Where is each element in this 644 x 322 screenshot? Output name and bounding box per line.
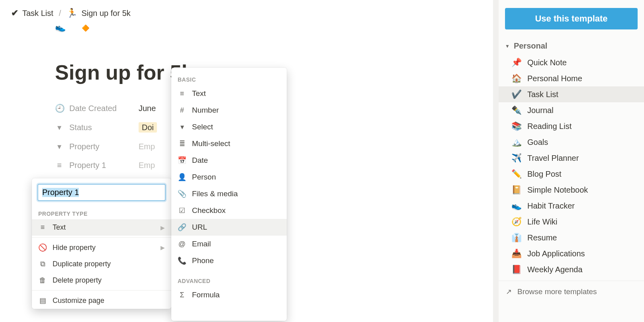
template-item-personal-home[interactable]: 🏠Personal Home	[499, 70, 644, 86]
template-item-habit-tracker[interactable]: 👟Habit Tracker	[499, 198, 644, 214]
breadcrumb-root[interactable]: Task List	[11, 8, 53, 18]
template-label: Blog Post	[527, 170, 562, 179]
template-emoji-icon: 👟	[511, 201, 522, 211]
property-type-section-label: PROPERTY TYPE	[32, 207, 171, 219]
template-label: Life Wiki	[527, 217, 558, 226]
type-option-formula[interactable]: ΣFormula	[171, 287, 287, 303]
template-item-reading-list[interactable]: 📚Reading List	[499, 118, 644, 134]
type-option-label: Formula	[192, 291, 220, 299]
type-option-label: Checkbox	[192, 206, 226, 215]
type-option-number[interactable]: #Number	[171, 102, 287, 119]
type-option-email[interactable]: @Email	[171, 236, 287, 252]
type-option-date[interactable]: 📅Date	[171, 152, 287, 169]
decor-icon	[82, 22, 90, 33]
breadcrumb: Task List / Sign up for 5k	[11, 0, 498, 18]
property-label[interactable]: 🕘Date Created	[55, 103, 139, 113]
breadcrumb-current[interactable]: Sign up for 5k	[67, 8, 130, 18]
runner-icon	[67, 8, 77, 18]
template-emoji-icon: 👔	[511, 233, 522, 242]
date-icon: 📅	[178, 156, 186, 165]
property-type-current-label: Text	[53, 223, 66, 232]
divider	[32, 290, 171, 291]
check-icon	[11, 8, 18, 18]
template-category-label: Personal	[514, 41, 547, 51]
select-icon: ▾	[178, 123, 186, 131]
breadcrumb-root-label: Task List	[22, 9, 53, 18]
property-value[interactable]: Emp	[139, 161, 155, 170]
text-icon: ≡	[178, 90, 186, 98]
url-icon: 🔗	[178, 223, 186, 232]
template-item-life-wiki[interactable]: 🧭Life Wiki	[499, 214, 644, 230]
property-label[interactable]: ≡Property 1	[55, 161, 139, 170]
property-edit-popover: PROPERTY TYPE ≡ Text ▶ 🚫 Hide property ▶…	[32, 178, 171, 309]
browse-more-templates[interactable]: ↗ Browse more templates	[499, 281, 644, 302]
breadcrumb-current-label: Sign up for 5k	[81, 9, 130, 18]
property-name-input[interactable]	[37, 184, 166, 201]
property-value[interactable]: June	[139, 104, 156, 113]
template-item-quick-note[interactable]: 📌Quick Note	[499, 55, 644, 70]
type-option-url[interactable]: 🔗URL	[171, 219, 287, 236]
template-emoji-icon: 📚	[511, 121, 522, 131]
template-item-goals[interactable]: 🏔️Goals	[499, 134, 644, 150]
use-template-button[interactable]: Use this template	[505, 8, 638, 29]
property-icon: ≡	[55, 161, 64, 170]
property-value[interactable]: Doi	[139, 123, 157, 132]
template-label: Habit Tracker	[527, 201, 575, 211]
text-icon: ≡	[38, 223, 47, 232]
property-type-current[interactable]: ≡ Text ▶	[32, 219, 171, 236]
shoe-icon	[55, 22, 66, 33]
type-option-checkbox[interactable]: ☑Checkbox	[171, 202, 287, 219]
template-emoji-icon: 🏔️	[511, 137, 522, 147]
type-option-select[interactable]: ▾Select	[171, 119, 287, 135]
template-item-blog-post[interactable]: ✏️Blog Post	[499, 166, 644, 182]
property-value[interactable]: Emp	[139, 142, 155, 151]
property-label-text: Property 1	[69, 161, 106, 170]
template-emoji-icon: ✈️	[511, 153, 522, 163]
email-icon: @	[178, 240, 186, 248]
type-option-label: Select	[192, 123, 213, 131]
type-option-label: Number	[192, 106, 219, 115]
type-option-multi-select[interactable]: ≣Multi-select	[171, 135, 287, 152]
property-icon: ▾	[55, 123, 64, 132]
template-item-resume[interactable]: 👔Resume	[499, 230, 644, 246]
hide-property[interactable]: 🚫 Hide property ▶	[32, 239, 171, 256]
property-label[interactable]: ▾Property	[55, 142, 139, 151]
template-label: Reading List	[527, 122, 572, 131]
template-label: Resume	[527, 233, 557, 242]
template-label: Travel Planner	[527, 154, 579, 163]
template-item-job-applications[interactable]: 📥Job Applications	[499, 246, 644, 262]
template-item-task-list[interactable]: ✔️Task List	[499, 86, 644, 102]
duplicate-property[interactable]: ⧉ Duplicate property	[32, 256, 171, 272]
template-emoji-icon: 📌	[511, 58, 522, 67]
delete-property[interactable]: 🗑 Delete property	[32, 272, 171, 289]
property-label[interactable]: ▾Status	[55, 123, 139, 132]
triangle-down-icon: ▼	[505, 43, 510, 49]
template-category-header[interactable]: ▼ Personal	[499, 39, 644, 55]
template-item-journal[interactable]: ✒️Journal	[499, 102, 644, 118]
template-emoji-icon: ✏️	[511, 169, 522, 179]
customize-page[interactable]: ▤ Customize page	[32, 292, 171, 309]
arrow-icon: ↗	[506, 287, 512, 296]
cover-icons	[55, 22, 498, 33]
template-label: Job Applications	[527, 249, 585, 258]
template-item-weekly-agenda[interactable]: 📕Weekly Agenda	[499, 262, 644, 277]
template-item-travel-planner[interactable]: ✈️Travel Planner	[499, 150, 644, 166]
template-emoji-icon: 📥	[511, 249, 522, 258]
type-option-label: Text	[192, 89, 206, 98]
type-option-person[interactable]: 👤Person	[171, 169, 287, 185]
chevron-right-icon: ▶	[161, 224, 165, 231]
checkbox-icon: ☑	[178, 206, 186, 215]
customize-page-label: Customize page	[53, 297, 104, 305]
type-option-label: Email	[192, 240, 211, 248]
type-option-phone[interactable]: 📞Phone	[171, 252, 287, 269]
type-option-files-media[interactable]: 📎Files & media	[171, 185, 287, 202]
type-option-label: Multi-select	[192, 139, 230, 148]
type-option-label: Phone	[192, 256, 214, 265]
person-icon: 👤	[178, 173, 186, 181]
template-emoji-icon: 📕	[511, 265, 522, 274]
type-option-text[interactable]: ≡Text	[171, 85, 287, 102]
template-label: Quick Note	[527, 58, 567, 67]
type-option-label: URL	[192, 223, 207, 232]
template-label: Personal Home	[527, 74, 582, 83]
template-item-simple-notebook[interactable]: 📔Simple Notebook	[499, 182, 644, 198]
